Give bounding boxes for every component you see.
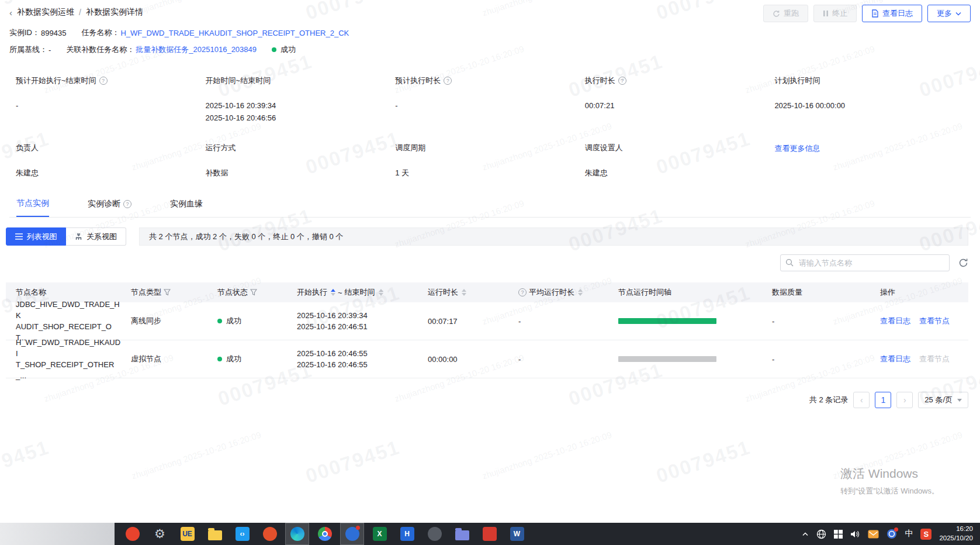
tab-node-instance[interactable]: 节点实例 [16, 198, 49, 217]
filter-icon[interactable] [164, 289, 171, 296]
col-avg-runtime: 平均运行时长 [529, 287, 574, 298]
app-ultraedit-icon[interactable]: UE [175, 523, 199, 545]
page-size-select[interactable]: 25 条/页 [918, 392, 968, 408]
help-icon[interactable]: ? [518, 288, 527, 296]
volume-icon[interactable] [850, 530, 860, 539]
sort-runtime-control[interactable] [462, 289, 466, 296]
windows-icon[interactable] [834, 530, 843, 539]
view-node-link[interactable]: 查看节点 [919, 316, 950, 326]
baseline-label: 所属基线： [9, 44, 47, 55]
search-row [780, 254, 968, 271]
node-avg-runtime: - [508, 355, 614, 364]
view-log-button[interactable]: 查看日志 [862, 5, 922, 22]
breadcrumb: ‹ 补数据实例运维 / 补数据实例详情 [9, 7, 143, 18]
view-toggle: 列表视图 关系视图 [6, 227, 126, 246]
taskbar-clock[interactable]: 16:20 2025/10/20 [939, 525, 973, 543]
breadcrumb-section[interactable]: 补数据实例运维 [17, 7, 74, 18]
app-red-pin-icon[interactable] [477, 523, 501, 545]
view-log-label: 查看日志 [882, 8, 913, 19]
node-status: 成功 [226, 354, 241, 364]
network-globe-icon[interactable] [816, 529, 826, 539]
tab-instance-diagnose[interactable]: 实例诊断? [88, 198, 131, 217]
tree-icon [75, 233, 82, 240]
node-type: 离线同步 [121, 316, 207, 326]
node-end-time: 2025-10-16 20:46:55 [297, 359, 416, 370]
node-start-time: 2025-10-16 20:46:55 [297, 348, 416, 359]
app-browser-orange-icon[interactable] [258, 523, 282, 545]
filter-icon[interactable] [250, 289, 257, 296]
app-edge-icon[interactable] [285, 523, 309, 545]
more-info-link[interactable]: 查看更多信息 [774, 144, 820, 153]
view-node-link-disabled: 查看节点 [919, 354, 950, 364]
run-mode-value: 补数据 [206, 167, 396, 179]
ime-indicator[interactable]: 中 [905, 529, 913, 539]
notification-app-icon[interactable] [886, 529, 897, 539]
node-search-input[interactable] [780, 254, 950, 271]
refresh-button[interactable] [958, 258, 968, 268]
related-task-label: 关联补数任务名称： [66, 44, 134, 55]
sort-avg-control[interactable] [578, 289, 583, 296]
help-icon[interactable]: ? [618, 77, 626, 85]
task-name-label: 任务名称： [81, 27, 119, 38]
col-ops: 操作 [880, 287, 895, 298]
success-dot-icon [217, 319, 222, 323]
expected-duration-value: - [395, 99, 585, 112]
sogou-input-icon[interactable]: S [920, 529, 931, 540]
sort-end-control[interactable] [379, 289, 383, 296]
back-icon[interactable]: ‹ [9, 8, 12, 18]
document-icon [871, 9, 879, 18]
next-page-button[interactable]: › [896, 392, 913, 408]
details-row1: 预计开始执行~结束时间? - 开始时间~结束时间 2025-10-16 20:3… [16, 75, 964, 124]
tray-chevron-up-icon[interactable] [802, 532, 809, 536]
terminate-button[interactable]: 终止 [813, 5, 857, 22]
node-quality: - [763, 355, 871, 364]
refresh-icon [958, 258, 968, 268]
more-button[interactable]: 更多 [927, 5, 971, 22]
app-gray-wheel-icon[interactable] [423, 523, 446, 545]
view-log-link[interactable]: 查看日志 [880, 354, 910, 364]
col-node-name: 节点名称 [16, 287, 46, 298]
instance-id-label: 实例ID： [9, 27, 40, 38]
main-page: ‹ 补数据实例运维 / 补数据实例详情 重跑 终止 查看日志 更多 [0, 0, 980, 523]
related-task-link[interactable]: 批量补数据任务_20251016_203849 [136, 44, 257, 55]
planned-time-label: 计划执行时间 [774, 75, 820, 86]
tab-instance-lineage[interactable]: 实例血缘 [170, 198, 203, 217]
prev-page-button[interactable]: ‹ [853, 392, 870, 408]
rerun-button[interactable]: 重跑 [763, 5, 808, 22]
node-quality: - [763, 317, 871, 326]
list-view-button[interactable]: 列表视图 [6, 227, 66, 246]
app-file-explorer-icon[interactable] [203, 523, 227, 545]
taskbar: ⚙UE‹›XHW 中 S 16:20 [0, 523, 980, 545]
app-word-icon[interactable]: W [505, 523, 529, 545]
instance-meta-row2: 所属基线： - 关联补数任务名称： 批量补数据任务_20251016_20384… [9, 44, 296, 55]
schedule-cycle-value: 1 天 [395, 167, 585, 179]
taskbar-apps: ⚙UE‹›XHW [115, 523, 529, 545]
app-settings-gear-icon[interactable]: ⚙ [148, 523, 172, 545]
baseline-value: - [49, 46, 51, 54]
tab-bar: 节点实例 实例诊断? 实例血缘 [9, 198, 971, 218]
help-icon[interactable]: ? [444, 77, 452, 85]
mail-icon[interactable] [868, 530, 879, 539]
app-360-browser-icon[interactable] [120, 523, 144, 545]
app-purple-folder-icon[interactable] [450, 523, 474, 545]
view-log-link[interactable]: 查看日志 [880, 316, 910, 326]
more-label: 更多 [937, 8, 952, 19]
app-excel-icon[interactable]: X [368, 523, 392, 545]
sort-start-control[interactable] [331, 289, 335, 296]
schedule-setter-value: 朱建忠 [585, 167, 775, 179]
app-badge [356, 526, 360, 530]
total-records: 共 2 条记录 [809, 395, 848, 405]
col-end-time: 结束时间 [345, 287, 375, 298]
app-messenger-icon[interactable] [340, 523, 364, 545]
table-header: 节点名称 节点类型 节点状态 开始执行 ~ 结束时间 运行时长 [6, 282, 968, 302]
owner-value: 朱建忠 [16, 167, 206, 179]
success-dot-icon [217, 357, 222, 361]
help-icon[interactable]: ? [99, 77, 108, 85]
app-chrome-icon[interactable] [313, 523, 337, 545]
app-vscode-icon[interactable]: ‹› [230, 523, 254, 545]
app-blue-tool-icon[interactable]: H [395, 523, 419, 545]
page-1-button[interactable]: 1 [875, 392, 891, 408]
duration-label: 执行时长 [585, 75, 615, 86]
task-name-link[interactable]: H_WF_DWD_TRADE_HKAUDIT_SHOP_RECEIPT_OTHE… [120, 29, 349, 37]
graph-view-button[interactable]: 关系视图 [66, 227, 126, 246]
